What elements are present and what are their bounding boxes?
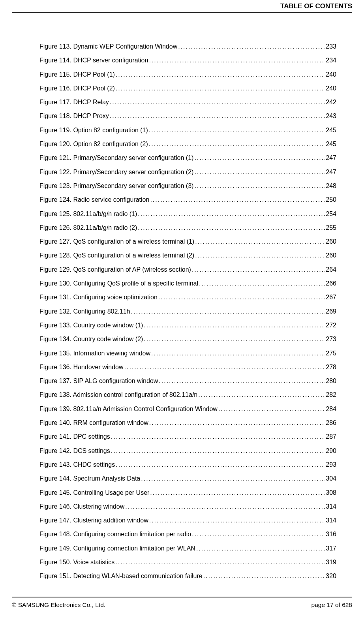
toc-leader-dots [138, 210, 325, 218]
footer-page-number: page 17 of 628 [311, 601, 352, 609]
toc-row: Figure 119. Option 82 configuration (1)2… [39, 126, 336, 135]
toc-leader-dots [178, 43, 325, 51]
toc-row: Figure 151. Detecting WLAN-based communi… [39, 572, 336, 580]
toc-leader-dots [192, 530, 325, 539]
toc-entry-page: 233 [326, 43, 336, 51]
toc-row: Figure 123. Primary/Secondary server con… [39, 182, 336, 190]
footer-copyright: © SAMSUNG Electronics Co., Ltd. [12, 601, 105, 609]
toc-entry-title: Figure 151. Detecting WLAN-based communi… [39, 572, 203, 580]
toc-leader-dots [124, 363, 325, 372]
toc-entry-title: Figure 136. Handover window [39, 363, 124, 372]
toc-row: Figure 115. DHCP Pool (1)240 [39, 71, 336, 79]
toc-row: Figure 124. Radio service configuration2… [39, 196, 336, 204]
toc-leader-dots [150, 489, 325, 497]
toc-row: Figure 145. Controlling Usage per User30… [39, 489, 336, 497]
toc-entry-page: 234 [326, 56, 336, 65]
toc-entry-page: 286 [326, 419, 336, 427]
toc-row: Figure 147. Clustering addition window31… [39, 517, 336, 525]
toc-entry-page: 314 [326, 517, 336, 525]
toc-entry-page: 284 [326, 405, 336, 413]
toc-entry-title: Figure 149. Configuring connection limit… [39, 545, 195, 553]
header-rule [12, 12, 352, 13]
toc-row: Figure 130. Configuring QoS profile of a… [39, 280, 336, 288]
toc-row: Figure 149. Configuring connection limit… [39, 545, 336, 553]
toc-leader-dots [151, 349, 325, 358]
toc-entry-title: Figure 121. Primary/Secondary server con… [39, 154, 193, 162]
toc-leader-dots [116, 461, 325, 469]
toc-entry-title: Figure 145. Controlling Usage per User [39, 489, 149, 497]
toc-entry-title: Figure 148. Configuring connection limit… [39, 530, 191, 539]
toc-list: Figure 113. Dynamic WEP Configuration Wi… [39, 43, 336, 586]
toc-row: Figure 120. Option 82 configuration (2)2… [39, 140, 336, 148]
toc-row: Figure 128. QoS configuration of a wirel… [39, 252, 336, 260]
toc-entry-title: Figure 114. DHCP server configuration [39, 56, 148, 65]
toc-row: Figure 142. DCS settings290 [39, 447, 336, 455]
footer-rule [12, 597, 352, 597]
toc-leader-dots [196, 545, 325, 553]
toc-entry-title: Figure 134. Country code window (2) [39, 335, 143, 344]
toc-row: Figure 143. CHDC settings293 [39, 461, 336, 469]
toc-row: Figure 114. DHCP server configuration234 [39, 56, 336, 65]
toc-leader-dots [138, 224, 325, 232]
toc-entry-title: Figure 116. DHCP Pool (2) [39, 85, 115, 93]
toc-entry-title: Figure 120. Option 82 configuration (2) [39, 140, 148, 148]
toc-entry-title: Figure 125. 802.11a/b/g/n radio (1) [39, 210, 137, 218]
toc-entry-page: 304 [326, 475, 336, 483]
toc-entry-title: Figure 131. Configuring voice optimizati… [39, 293, 158, 302]
toc-entry-title: Figure 142. DCS settings [39, 447, 110, 455]
toc-entry-title: Figure 127. QoS configuration of a wirel… [39, 238, 194, 246]
toc-leader-dots [116, 85, 325, 93]
toc-entry-page: 293 [326, 461, 336, 469]
page: TABLE OF CONTENTS Figure 113. Dynamic WE… [0, 0, 364, 618]
toc-entry-title: Figure 130. Configuring QoS profile of a… [39, 280, 198, 288]
toc-leader-dots [115, 558, 325, 567]
toc-row: Figure 150. Voice statistics319 [39, 558, 336, 567]
toc-leader-dots [194, 168, 325, 177]
toc-leader-dots [149, 517, 325, 525]
toc-leader-dots [198, 391, 325, 399]
toc-row: Figure 134. Country code window (2)273 [39, 335, 336, 344]
toc-row: Figure 121. Primary/Secondary server con… [39, 154, 336, 162]
toc-entry-page: 314 [326, 503, 336, 511]
toc-entry-page: 247 [326, 154, 336, 162]
toc-row: Figure 140. RRM configuration window286 [39, 419, 336, 427]
toc-row: Figure 126. 802.11a/b/g/n radio (2)255 [39, 224, 336, 232]
toc-entry-title: Figure 126. 802.11a/b/g/n radio (2) [39, 224, 137, 232]
toc-row: Figure 127. QoS configuration of a wirel… [39, 238, 336, 246]
toc-entry-title: Figure 132. Configuring 802.11h [39, 308, 130, 316]
toc-entry-page: 280 [326, 377, 336, 385]
toc-leader-dots [158, 293, 325, 302]
toc-entry-title: Figure 147. Clustering addition window [39, 517, 148, 525]
toc-entry-page: 275 [326, 349, 336, 358]
toc-entry-title: Figure 113. Dynamic WEP Configuration Wi… [39, 43, 177, 51]
toc-leader-dots [149, 140, 325, 148]
toc-row: Figure 131. Configuring voice optimizati… [39, 293, 336, 302]
toc-entry-page: 242 [326, 98, 336, 107]
toc-entry-title: Figure 128. QoS configuration of a wirel… [39, 252, 194, 260]
toc-leader-dots [150, 196, 325, 204]
toc-row: Figure 129. QoS configuration of AP (wir… [39, 266, 336, 274]
toc-row: Figure 138. Admission control configurat… [39, 391, 336, 399]
toc-entry-title: Figure 137. SIP ALG configuration window [39, 377, 158, 385]
toc-row: Figure 133. Country code window (1)272 [39, 321, 336, 330]
toc-row: Figure 139. 802.11a/n Admission Control … [39, 405, 336, 413]
toc-entry-page: 245 [326, 126, 336, 135]
toc-entry-page: 282 [326, 391, 336, 399]
toc-entry-title: Figure 146. Clustering window [39, 503, 124, 511]
toc-row: Figure 125. 802.11a/b/g/n radio (1)254 [39, 210, 336, 218]
toc-entry-title: Figure 135. Information viewing window [39, 349, 150, 358]
toc-row: Figure 113. Dynamic WEP Configuration Wi… [39, 43, 336, 51]
toc-entry-page: 240 [326, 71, 336, 79]
toc-entry-page: 264 [326, 266, 336, 274]
toc-entry-page: 266 [326, 280, 336, 288]
toc-entry-title: Figure 117. DHCP Relay [39, 98, 109, 107]
toc-entry-page: 260 [326, 252, 336, 260]
toc-entry-title: Figure 141. DPC settings [39, 433, 110, 441]
toc-leader-dots [125, 503, 325, 511]
toc-entry-page: 320 [326, 572, 336, 580]
page-header: TABLE OF CONTENTS [280, 2, 352, 10]
toc-entry-title: Figure 115. DHCP Pool (1) [39, 71, 115, 79]
toc-row: Figure 144. Spectrum Analysis Data304 [39, 475, 336, 483]
toc-entry-page: 248 [326, 182, 336, 190]
toc-leader-dots [192, 266, 325, 274]
